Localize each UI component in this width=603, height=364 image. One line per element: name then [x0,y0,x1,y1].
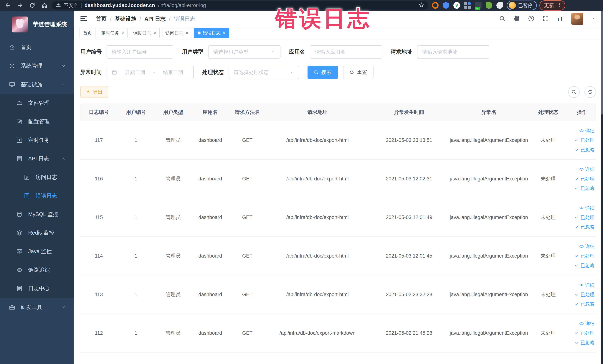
collapse-sidebar-icon[interactable] [80,15,88,23]
reload-icon[interactable] [27,0,37,10]
puzzle-extension[interactable] [496,2,503,9]
help-icon[interactable] [528,15,534,23]
forward-icon[interactable] [15,0,25,10]
action-已忽略[interactable]: 已忽略 [575,340,594,346]
export-button[interactable]: 导出 [80,86,108,98]
tag-close-icon[interactable]: × [185,31,188,35]
sidebar-item-系统管理[interactable]: 系统管理 [0,57,74,75]
app_name-input[interactable] [315,49,377,55]
sidebar-item-研发工具[interactable]: 研发工具 [0,298,74,316]
green-v-extension[interactable]: V [453,2,460,9]
breadcrumb-item[interactable]: API 日志 [144,15,165,23]
tag-close-icon[interactable]: × [153,31,156,35]
user-avatar[interactable] [571,13,583,25]
sidebar-item-日志中心[interactable]: 日志中心 [0,279,74,298]
tag-close-icon[interactable]: × [223,31,226,35]
action-已处理[interactable]: 已处理 [575,253,594,259]
sidebar-item-基础设施[interactable]: 基础设施 [0,75,74,94]
back-icon[interactable] [3,0,13,10]
breadcrumb-item[interactable]: 首页 [96,15,107,23]
search-icon[interactable] [499,15,506,23]
tag-调度日志[interactable]: 调度日志× [130,28,160,38]
tag-定时任务[interactable]: 定时任务× [98,28,128,38]
browser-update-button[interactable]: 更新 [539,0,565,11]
cell-user_id: 1 [117,159,154,198]
grid-extension[interactable] [464,2,471,9]
action-详细[interactable]: 详细 [579,321,594,327]
avatar-caret-down-icon[interactable] [591,16,596,22]
action-已忽略[interactable]: 已忽略 [575,262,594,269]
action-已处理[interactable]: 已处理 [575,176,594,182]
font-size-icon[interactable]: тT [557,15,563,22]
action-已处理[interactable]: 已处理 [575,330,594,336]
sidebar-item-label: 系统管理 [21,62,42,70]
search-toggle-button[interactable] [568,86,580,98]
sidebar-item-错误日志[interactable]: 错误日志 [0,187,74,205]
search-icon [499,15,506,22]
url-path: /infra/log/api-error-log [158,3,206,8]
fullscreen-icon[interactable] [542,15,549,23]
process_status-input[interactable] [234,70,286,75]
filter-app_name-input[interactable] [310,45,382,59]
user_type-input[interactable] [213,49,268,55]
breadcrumb-item[interactable]: 基础设施 [115,15,136,23]
action-label: 详细 [585,166,594,172]
column-header-异常名: 异常名 [449,104,529,121]
sidebar-item-Java 监控[interactable]: Java 监控 [0,242,74,261]
sidebar-item-API 日志[interactable]: API 日志 [0,150,74,168]
action-详细[interactable]: 详细 [579,128,594,134]
on-badge-extension[interactable] [475,2,482,9]
action-已忽略[interactable]: 已忽略 [575,185,594,191]
row-actions: 详细已处理已忽略 [568,128,596,153]
tag-close-icon[interactable]: × [121,31,124,35]
sidebar-item-文件管理[interactable]: 文件管理 [0,94,74,112]
reset-button[interactable]: 重置 [343,66,373,79]
cell-app_name: dashboard [192,314,229,352]
action-已忽略[interactable]: 已忽略 [575,301,594,307]
action-已忽略[interactable]: 已忽略 [575,224,594,230]
action-已处理[interactable]: 已处理 [575,292,594,298]
tag-label: 访问日志 [165,30,183,36]
tag-错误日志[interactable]: 错误日志× [194,28,229,38]
browser-menu-icon[interactable] [557,2,562,9]
action-详细[interactable]: 详细 [579,205,594,211]
action-已处理[interactable]: 已处理 [575,214,594,221]
user_id-input[interactable] [112,49,168,55]
action-详细[interactable]: 详细 [579,244,594,250]
sidebar-item-配置管理[interactable]: 配置管理 [0,112,74,131]
address-bar[interactable]: 不安全 dashboard.yudao.iocoder.cn/infra/log… [52,1,428,10]
request_url-input[interactable] [422,49,484,55]
blue-shield-extension[interactable] [443,2,449,9]
filter-user_id-input[interactable] [107,45,173,59]
action-已忽略[interactable]: 已忽略 [575,147,594,153]
action-已处理[interactable]: 已处理 [575,137,594,143]
github-icon[interactable] [513,15,520,23]
filter-user_type-select[interactable] [208,45,280,59]
sidebar-item-定时任务[interactable]: 定时任务 [0,131,74,150]
action-详细[interactable]: 详细 [579,166,594,172]
sidebar-item-首页[interactable]: 首页 [0,38,74,57]
tag-访问日志[interactable]: 访问日志× [162,28,192,38]
search-button[interactable]: 搜索 [308,66,338,79]
orange-circle-extension[interactable] [432,2,439,9]
cell-time: 2021-05-03 12:01:45 [369,237,449,275]
filter-error_time-input[interactable]: 开始日期-结束日期 [107,66,194,79]
sidebar-item-链路追踪[interactable]: 链路追踪 [0,261,74,279]
profile-paused-pill[interactable]: 已暂停 [507,0,537,10]
tag-首页[interactable]: 首页 [80,28,95,38]
help-icon [528,15,534,22]
window-scrollbar[interactable] [601,11,603,364]
green-leaf-extension[interactable] [486,2,492,9]
sidebar-item-Redis 监控[interactable]: Redis 监控 [0,224,74,242]
filter-process_status-select[interactable] [229,66,299,79]
home-icon[interactable] [40,0,49,10]
sidebar-item-MySQL 监控[interactable]: MySQL 监控 [0,205,74,224]
table-body: 1171管理员dashboardGET/api/infra/db-doc/exp… [80,121,596,352]
table-header-row: 日志编号用户编号用户类型应用名请求方法名请求地址异常发生时间异常名处理状态操作 [80,104,596,121]
action-详细[interactable]: 详细 [579,282,594,288]
bookmark-star-icon[interactable] [418,2,424,9]
sidebar-item-访问日志[interactable]: 访问日志 [0,168,74,187]
refresh-button[interactable] [584,86,596,98]
app-logo-row[interactable]: 芋道管理系统 [0,11,74,38]
filter-request_url-input[interactable] [417,45,489,59]
